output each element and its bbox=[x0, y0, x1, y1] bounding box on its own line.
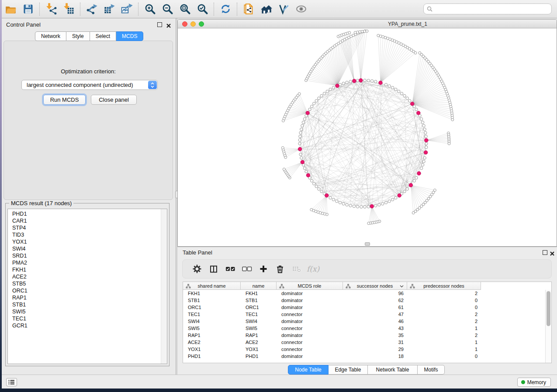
column-header-successor-nodes[interactable]: successor nodes bbox=[343, 282, 407, 290]
network-node[interactable] bbox=[329, 196, 332, 199]
network-node[interactable] bbox=[342, 203, 345, 205]
network-node[interactable] bbox=[408, 100, 411, 102]
mcds-result-list[interactable]: PHD1CAR1STP4TID3YOX1SWI4SRD1PMA2FKH1ACE2… bbox=[7, 209, 167, 364]
mcds-result-item[interactable]: RAP1 bbox=[8, 294, 160, 301]
table-scrollbar[interactable] bbox=[545, 290, 551, 363]
table-row[interactable]: ORC1ORC1dominator610 bbox=[183, 304, 481, 311]
mcds-result-item[interactable]: STB1 bbox=[8, 301, 160, 308]
network-node[interactable] bbox=[377, 34, 380, 37]
network-node[interactable] bbox=[394, 88, 397, 91]
network-node[interactable] bbox=[318, 97, 320, 100]
network-node[interactable] bbox=[300, 128, 303, 131]
maximize-traffic-light[interactable] bbox=[199, 21, 204, 27]
table-row[interactable]: SWI5SWI5connector431 bbox=[183, 325, 481, 332]
network-node[interactable] bbox=[311, 105, 313, 108]
close-panel-icon[interactable] bbox=[166, 22, 171, 28]
mcds-result-item[interactable]: STP4 bbox=[8, 224, 160, 231]
mcds-result-item[interactable]: SRD1 bbox=[8, 252, 160, 259]
network-node[interactable] bbox=[415, 176, 418, 179]
network-node[interactable] bbox=[421, 121, 424, 124]
network-node[interactable] bbox=[422, 124, 425, 127]
network-node[interactable] bbox=[353, 205, 355, 207]
float-panel-icon[interactable] bbox=[543, 250, 547, 255]
memory-button[interactable]: Memory bbox=[517, 378, 551, 387]
close-traffic-light[interactable] bbox=[182, 21, 187, 27]
network-node[interactable] bbox=[391, 198, 394, 201]
table-row[interactable]: RAP1RAP1dominator352 bbox=[183, 332, 481, 339]
network-node[interactable] bbox=[302, 121, 304, 124]
mcds-dominator-node[interactable] bbox=[417, 111, 421, 115]
mcds-result-item[interactable]: CAR1 bbox=[8, 217, 160, 224]
mcds-dominator-node[interactable] bbox=[409, 183, 413, 187]
mcds-dominator-node[interactable] bbox=[425, 138, 429, 142]
network-node[interactable] bbox=[398, 90, 400, 93]
network-node[interactable] bbox=[367, 205, 370, 208]
table-row[interactable]: YOX1YOX1connector291 bbox=[183, 346, 481, 353]
add-button[interactable] bbox=[255, 261, 272, 276]
network-node[interactable] bbox=[448, 142, 450, 145]
network-node[interactable] bbox=[414, 52, 417, 54]
network-node[interactable] bbox=[339, 201, 341, 204]
mcds-result-item[interactable]: STB5 bbox=[8, 280, 160, 287]
network-node[interactable] bbox=[298, 139, 301, 141]
save-session-button[interactable] bbox=[19, 1, 37, 17]
scrollbar-thumb[interactable] bbox=[547, 291, 550, 326]
network-node[interactable] bbox=[370, 79, 373, 82]
mcds-result-item[interactable]: SWI5 bbox=[8, 308, 160, 315]
network-node[interactable] bbox=[391, 86, 394, 89]
network-node[interactable] bbox=[403, 94, 406, 97]
zoom-selected-button[interactable] bbox=[194, 1, 211, 17]
network-node[interactable] bbox=[323, 92, 325, 95]
visual-style-button[interactable] bbox=[275, 1, 292, 17]
mcds-result-item[interactable]: GCR1 bbox=[8, 322, 160, 329]
select-all-button[interactable] bbox=[222, 261, 239, 276]
close-panel-button[interactable]: Close panel bbox=[91, 95, 137, 105]
network-node[interactable] bbox=[406, 188, 408, 190]
network-node[interactable] bbox=[299, 153, 302, 156]
network-node[interactable] bbox=[320, 190, 323, 193]
network-node[interactable] bbox=[403, 190, 406, 193]
deselect-all-button[interactable] bbox=[239, 261, 255, 276]
network-node[interactable] bbox=[424, 131, 427, 134]
mcds-result-item[interactable]: TEC1 bbox=[8, 315, 160, 322]
network-node[interactable] bbox=[313, 182, 315, 185]
network-node[interactable] bbox=[421, 164, 424, 166]
network-node[interactable] bbox=[363, 206, 366, 208]
horizontal-splitter-handle[interactable] bbox=[365, 242, 370, 246]
import-network-button[interactable] bbox=[42, 1, 60, 17]
mcds-result-item[interactable]: PMA2 bbox=[8, 259, 160, 266]
mcds-result-item[interactable]: TID3 bbox=[8, 231, 160, 238]
network-node[interactable] bbox=[388, 85, 391, 87]
network-node[interactable] bbox=[310, 208, 313, 211]
tab-motifs[interactable]: Motifs bbox=[418, 365, 445, 375]
network-node[interactable] bbox=[420, 117, 422, 120]
mcds-result-item[interactable]: FKH1 bbox=[8, 266, 160, 273]
network-node[interactable] bbox=[415, 108, 418, 110]
network-node[interactable] bbox=[412, 212, 415, 214]
network-node[interactable] bbox=[305, 170, 308, 173]
mcds-dominator-node[interactable] bbox=[353, 79, 356, 83]
delete-table-button[interactable] bbox=[288, 261, 305, 276]
mcds-result-item[interactable]: PHD1 bbox=[8, 210, 160, 217]
network-node[interactable] bbox=[451, 118, 454, 121]
network-node[interactable] bbox=[315, 185, 318, 188]
network-node[interactable] bbox=[313, 102, 315, 105]
show-column-button[interactable] bbox=[205, 261, 222, 276]
network-node[interactable] bbox=[281, 147, 284, 149]
houses-button[interactable] bbox=[257, 1, 275, 17]
tab-select[interactable]: Select bbox=[90, 31, 116, 41]
network-node[interactable] bbox=[303, 167, 306, 169]
mcds-result-item[interactable]: ACE2 bbox=[8, 273, 160, 280]
network-node[interactable] bbox=[384, 201, 387, 204]
network-node[interactable] bbox=[367, 222, 370, 225]
column-header-MCDS-role[interactable]: MCDS role bbox=[277, 282, 343, 290]
network-node[interactable] bbox=[320, 94, 323, 97]
mcds-dominator-node[interactable] bbox=[398, 194, 401, 198]
network-graph[interactable] bbox=[178, 28, 557, 246]
network-node[interactable] bbox=[394, 196, 397, 199]
mcds-dominator-node[interactable] bbox=[359, 79, 363, 83]
network-node[interactable] bbox=[400, 92, 403, 95]
network-node[interactable] bbox=[301, 124, 304, 127]
network-node[interactable] bbox=[342, 82, 345, 85]
network-node[interactable] bbox=[356, 79, 359, 82]
